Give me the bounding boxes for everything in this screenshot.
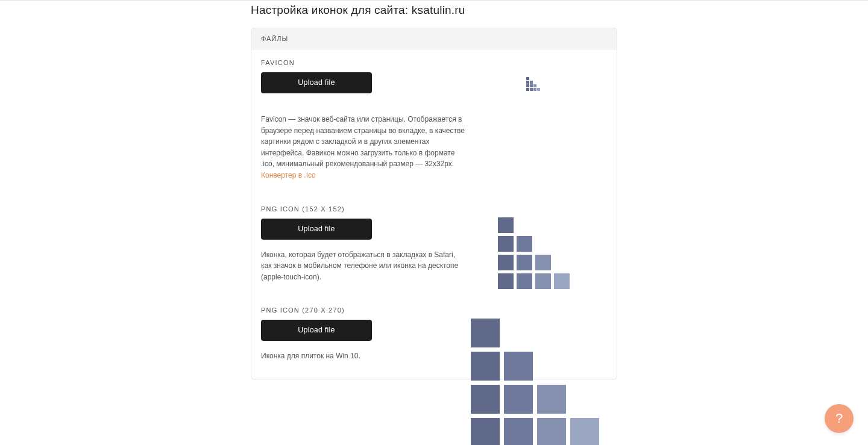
ico-converter-link[interactable]: Конвертер в .Ico	[261, 171, 316, 179]
png152-preview-icon	[498, 217, 570, 289]
favicon-upload-button[interactable]: Upload file	[261, 72, 372, 93]
favicon-section: FAVICON Upload file Favicon — значок веб…	[261, 59, 607, 181]
help-button[interactable]: ?	[825, 404, 854, 433]
favicon-preview-icon	[526, 77, 540, 91]
png270-section: PNG ICON (270 X 270) Upload file Иконка …	[261, 307, 607, 362]
png270-preview-icon	[471, 319, 599, 445]
png270-label: PNG ICON (270 X 270)	[261, 307, 607, 314]
png270-description: Иконка для плиток на Win 10.	[261, 350, 466, 362]
favicon-description: Favicon — значок веб-сайта или страницы.…	[261, 114, 466, 181]
files-panel: ФАЙЛЫ FAVICON Upload file Favicon — знач…	[251, 28, 617, 379]
png152-description: Иконка, которая будет отображаться в зак…	[261, 249, 466, 283]
help-icon: ?	[835, 411, 843, 426]
favicon-desc-text: Favicon — значок веб-сайта или страницы.…	[261, 115, 465, 168]
png270-upload-button[interactable]: Upload file	[261, 320, 372, 341]
png152-label: PNG ICON (152 X 152)	[261, 205, 607, 213]
favicon-label: FAVICON	[261, 59, 607, 66]
panel-body: FAVICON Upload file Favicon — значок веб…	[251, 49, 617, 379]
png152-section: PNG ICON (152 X 152) Upload file Иконка,…	[261, 205, 607, 283]
page-divider	[0, 0, 868, 1]
panel-header: ФАЙЛЫ	[251, 28, 617, 49]
png152-upload-button[interactable]: Upload file	[261, 219, 372, 240]
main-container: Настройка иконок для сайта: ksatulin.ru …	[251, 0, 617, 379]
page-title: Настройка иконок для сайта: ksatulin.ru	[251, 4, 617, 17]
